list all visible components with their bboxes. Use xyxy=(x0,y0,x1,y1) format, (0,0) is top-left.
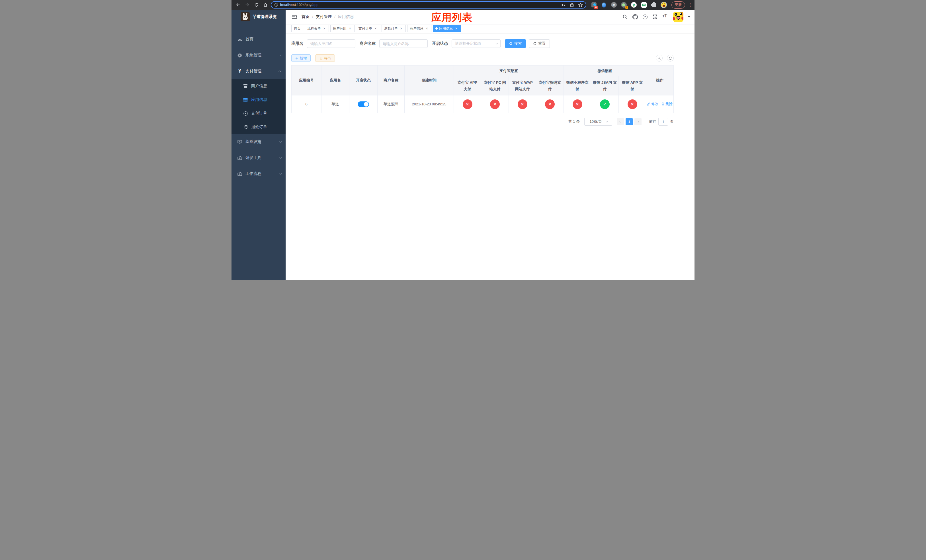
col-alipay-wap: 支付宝 WAP 网站支付 xyxy=(509,76,536,95)
search-button[interactable]: 搜索 xyxy=(505,39,526,48)
sidebar-item-app-info[interactable]: 应用信息 xyxy=(232,93,286,106)
sidebar-item-pay-orders[interactable]: ¥ 支付订单 xyxy=(232,106,286,120)
status-select[interactable]: 请选择开启状态 xyxy=(452,39,501,48)
add-button[interactable]: 新增 xyxy=(291,54,311,62)
merchant-name-input[interactable] xyxy=(379,39,428,48)
browser-menu-icon[interactable] xyxy=(690,3,690,7)
header-search-icon[interactable] xyxy=(622,14,628,20)
key-icon[interactable] xyxy=(561,3,566,8)
sidebar-toggle-icon[interactable] xyxy=(290,12,299,22)
tag-pay-orders[interactable]: 支付订单✕ xyxy=(356,25,380,32)
share-icon[interactable] xyxy=(570,3,574,7)
tag-process-form[interactable]: 流程表单✕ xyxy=(305,25,329,32)
sidebar-logo[interactable]: 芋道管理系统 xyxy=(232,10,286,24)
col-app-id: 应用编号 xyxy=(292,65,321,95)
chevron-down-icon xyxy=(279,53,281,56)
logo-rabbit-image xyxy=(241,12,250,21)
extension-chat-icon[interactable] xyxy=(641,2,647,8)
refresh-table-button[interactable] xyxy=(667,55,674,62)
sidebar-item-workflow[interactable]: 工作流程 xyxy=(232,166,286,182)
github-icon[interactable] xyxy=(632,14,639,20)
browser-update-button[interactable]: 更新 xyxy=(672,2,685,9)
browser-forward-icon[interactable] xyxy=(244,1,251,9)
extension-avatar-icon[interactable]: 1 xyxy=(621,2,627,8)
sidebar-item-refund-orders[interactable]: 退款订单 xyxy=(232,120,286,134)
col-status: 开启状态 xyxy=(350,65,378,95)
extensions-puzzle-icon[interactable] xyxy=(651,2,657,8)
total-count: 共 1 条 xyxy=(568,119,580,124)
bookmark-star-icon[interactable] xyxy=(578,3,583,8)
toggle-search-button[interactable] xyxy=(656,55,663,62)
close-icon[interactable]: ✕ xyxy=(425,26,429,30)
chevron-down-icon xyxy=(279,156,281,158)
sidebar-item-merchant-info[interactable]: 商户信息 xyxy=(232,79,286,93)
address-bar[interactable]: localhost:1024/pay/app xyxy=(271,1,586,9)
sidebar-item-dev-tools[interactable]: 研发工具 xyxy=(232,150,286,166)
user-avatar[interactable] xyxy=(673,12,683,22)
next-page-button[interactable] xyxy=(634,118,642,125)
delete-link[interactable]: 删除 xyxy=(661,102,673,106)
sidebar-item-infrastructure[interactable]: 基础设施 xyxy=(232,134,286,150)
export-button[interactable]: 导出 xyxy=(315,54,335,62)
browser-reload-icon[interactable] xyxy=(253,1,260,9)
extension-grid-icon[interactable]: 10 xyxy=(591,2,597,8)
sidebar-item-home[interactable]: 首页 xyxy=(232,31,286,47)
wx-jsapi-status: ✓ xyxy=(600,100,610,109)
tag-home[interactable]: 首页 xyxy=(291,25,303,32)
close-icon[interactable]: ✕ xyxy=(399,26,403,30)
sidebar-item-label: 首页 xyxy=(245,37,253,42)
store-icon xyxy=(242,84,248,88)
col-actions: 操作 xyxy=(646,65,674,95)
browser-home-icon[interactable] xyxy=(262,1,269,9)
top-navbar: 首页 / 支付管理 / 应用信息 应用列表 ? xyxy=(286,10,694,24)
app-name-input[interactable] xyxy=(307,39,356,48)
close-icon[interactable]: ✕ xyxy=(454,26,458,30)
goto-page-input[interactable] xyxy=(658,118,668,126)
status-select-placeholder: 请选择开启状态 xyxy=(455,41,481,46)
close-icon[interactable]: ✕ xyxy=(348,26,352,30)
documents-icon xyxy=(242,125,248,129)
extension-badge: 1 xyxy=(625,6,628,9)
sidebar-item-system[interactable]: 系统管理 xyxy=(232,47,286,63)
tag-user-group[interactable]: 用户分组✕ xyxy=(330,25,354,32)
extension-command-icon[interactable]: ⌘ xyxy=(611,2,617,8)
tag-app-info[interactable]: 应用信息✕ xyxy=(433,25,461,32)
sidebar-item-payment[interactable]: ¥ 支付管理 xyxy=(232,63,286,79)
table-row: 6 芋道 芋道源码 2021-10-23 08:49:25 ✕ ✕ ✕ ✕ ✕ … xyxy=(292,95,674,113)
page-size-select[interactable]: 10条/页 xyxy=(584,118,612,126)
chevron-down-icon xyxy=(279,140,281,142)
url-text: localhost:1024/pay/app xyxy=(280,3,318,7)
avatar-caret-icon[interactable] xyxy=(688,16,690,18)
extension-y-icon[interactable]: y xyxy=(631,2,637,8)
reset-button[interactable]: 重置 xyxy=(529,39,550,48)
col-alipay-pc: 支付宝 PC 网站支付 xyxy=(481,76,509,95)
col-wx-jsapi: 微信 JSAPI 支付 xyxy=(591,76,619,95)
browser-toolbar: localhost:1024/pay/app 10 ⌘ 1 y xyxy=(232,0,694,10)
col-group-wechat: 微信配置 xyxy=(564,65,646,76)
close-icon[interactable]: ✕ xyxy=(322,26,326,30)
status-label: 开启状态 xyxy=(432,41,448,46)
col-app-name: 应用名 xyxy=(321,65,350,95)
prev-page-button[interactable] xyxy=(617,118,624,125)
col-created: 创建时间 xyxy=(405,65,454,95)
browser-back-icon[interactable] xyxy=(235,1,242,9)
tag-refund-orders[interactable]: 退款订单✕ xyxy=(381,25,406,32)
breadcrumb-home[interactable]: 首页 xyxy=(301,14,310,20)
alipay-wap-status: ✕ xyxy=(517,100,527,109)
extension-balloon-icon[interactable] xyxy=(601,2,607,8)
merchant-name-label: 商户名称 xyxy=(360,41,375,46)
tag-merchant-info[interactable]: 商户信息✕ xyxy=(407,25,431,32)
alipay-app-status: ✕ xyxy=(463,100,472,109)
current-page-button[interactable]: 1 xyxy=(626,118,633,125)
breadcrumb-payment[interactable]: 支付管理 xyxy=(316,14,332,20)
monitor-icon xyxy=(236,140,243,144)
font-size-icon[interactable]: TT xyxy=(661,14,668,20)
breadcrumb: 首页 / 支付管理 / 应用信息 xyxy=(301,14,354,20)
help-icon[interactable]: ? xyxy=(642,14,648,20)
fullscreen-icon[interactable] xyxy=(652,14,658,20)
edit-link[interactable]: 修改 xyxy=(647,102,658,106)
close-icon[interactable]: ✕ xyxy=(374,26,378,30)
site-info-icon[interactable] xyxy=(274,3,278,7)
extension-emoji-icon[interactable] xyxy=(661,2,667,8)
enabled-switch[interactable] xyxy=(358,101,369,107)
